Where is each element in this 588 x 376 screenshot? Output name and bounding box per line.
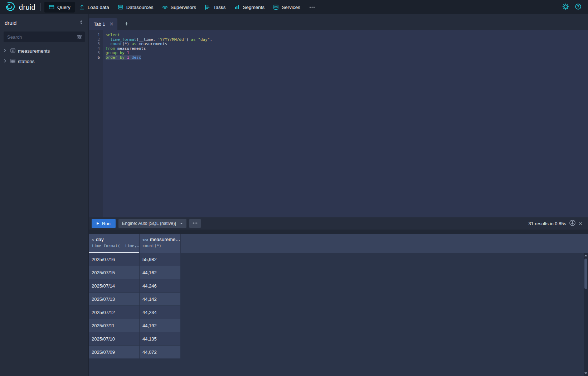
nav-label: Services xyxy=(282,5,300,10)
table-row: 2025/07/0944,072 xyxy=(89,346,588,359)
cell-measurements[interactable]: 44,142 xyxy=(140,293,181,306)
results-panel: A day time_format(__time,… 123 measureme… xyxy=(89,234,588,376)
tab-label: Tab 1 xyxy=(94,21,105,27)
double-caret-icon[interactable] xyxy=(78,19,84,26)
cell-day[interactable]: 2025/07/15 xyxy=(89,266,140,279)
table-row: 2025/07/1244,234 xyxy=(89,306,588,319)
nav-label: Load data xyxy=(88,5,109,10)
cell-day[interactable]: 2025/07/10 xyxy=(89,332,140,346)
results-header: A day time_format(__time,… 123 measureme… xyxy=(89,234,588,253)
table-row: 2025/07/1144,192 xyxy=(89,319,588,332)
cell-day[interactable]: 2025/07/11 xyxy=(89,319,140,332)
nav-tasks[interactable]: Tasks xyxy=(200,2,230,13)
line-number-gutter: 123456 xyxy=(89,30,103,217)
line-number: 1 xyxy=(89,33,100,38)
code-line: count(*) as measurements xyxy=(106,42,588,47)
run-bar: Run Engine: Auto [SQL (native)] 31 resul… xyxy=(89,217,588,230)
chevron-right-icon[interactable] xyxy=(2,58,8,65)
nav-datasources[interactable]: Datasources xyxy=(113,2,158,13)
cell-day[interactable]: 2025/07/13 xyxy=(89,293,140,306)
code-area[interactable]: select time_format(__time, 'YYYY/MM/dd')… xyxy=(103,30,588,217)
cell-day[interactable]: 2025/07/12 xyxy=(89,306,140,319)
table-icon xyxy=(10,58,16,65)
cell-measurements[interactable]: 44,135 xyxy=(140,332,181,346)
top-navbar: druid Query Load data Datasources Superv… xyxy=(0,0,588,14)
upload-icon xyxy=(79,4,85,10)
eye-icon xyxy=(162,4,168,10)
tab-bar: Tab 1 ✕ + xyxy=(89,14,588,30)
cell-measurements[interactable]: 55,982 xyxy=(140,253,181,266)
sidebar-search xyxy=(4,32,85,42)
column-header-day[interactable]: A day time_format(__time,… xyxy=(89,234,140,253)
column-header-measurements[interactable]: 123 measureme… count(*) xyxy=(140,234,181,253)
scroll-down-icon[interactable] xyxy=(584,372,587,374)
code-line: from measurements xyxy=(106,47,588,51)
nav-load-data[interactable]: Load data xyxy=(75,2,113,13)
download-icon xyxy=(569,220,576,227)
close-icon: × xyxy=(579,221,582,227)
table-row: 2025/07/1544,162 xyxy=(89,266,588,279)
cell-measurements[interactable]: 44,162 xyxy=(140,266,181,279)
druid-logo-icon xyxy=(5,1,16,13)
console-icon xyxy=(49,4,54,10)
scroll-up-icon[interactable] xyxy=(584,255,587,256)
tree-item-label: stations xyxy=(18,59,35,64)
settings-button[interactable] xyxy=(562,3,569,11)
nav-supervisors[interactable]: Supervisors xyxy=(158,2,200,13)
navbar-right: ? xyxy=(562,3,584,11)
tree-item-stations[interactable]: stations xyxy=(0,56,88,67)
code-line: group by 1 xyxy=(106,51,588,56)
line-number: 6 xyxy=(89,56,100,60)
cell-day[interactable]: 2025/07/09 xyxy=(89,346,140,359)
sidebar-title: druid xyxy=(5,20,16,26)
sidebar-header: druid xyxy=(0,14,88,31)
nav-more[interactable] xyxy=(305,2,320,13)
cell-day[interactable]: 2025/07/16 xyxy=(89,253,140,266)
run-label: Run xyxy=(102,221,111,226)
gear-icon xyxy=(562,3,569,11)
cell-measurements[interactable]: 44,192 xyxy=(140,319,181,332)
play-icon xyxy=(97,222,99,225)
query-more-button[interactable] xyxy=(189,219,201,228)
nav-segments[interactable]: Segments xyxy=(230,2,269,13)
column-name: measureme… xyxy=(150,237,180,242)
code-line: time_format(__time, 'YYYY/MM/dd') as "da… xyxy=(106,38,588,42)
add-tab-button[interactable]: + xyxy=(121,18,133,30)
nav-query[interactable]: Query xyxy=(44,2,75,13)
brand[interactable]: druid xyxy=(4,1,40,13)
engine-select[interactable]: Engine: Auto [SQL (native)] xyxy=(118,219,186,228)
tree-item-label: measurements xyxy=(18,48,50,54)
brand-wordmark: druid xyxy=(19,3,35,11)
search-input[interactable] xyxy=(4,32,85,42)
chevron-right-icon[interactable] xyxy=(2,48,8,54)
vertical-scrollbar[interactable] xyxy=(584,253,588,376)
bar-chart-icon xyxy=(234,4,240,10)
scrollbar-thumb[interactable] xyxy=(584,259,587,289)
close-results-button[interactable]: × xyxy=(579,221,582,227)
gantt-icon xyxy=(205,4,210,10)
datasources-icon xyxy=(118,4,123,10)
column-expression: count(*) xyxy=(142,244,178,248)
tab-close-icon[interactable]: ✕ xyxy=(110,21,114,26)
run-button[interactable]: Run xyxy=(92,219,116,228)
cell-measurements[interactable]: 44,246 xyxy=(140,279,181,293)
string-type-icon: A xyxy=(92,238,94,242)
nav-label: Segments xyxy=(243,5,264,10)
sql-editor[interactable]: 123456 select time_format(__time, 'YYYY/… xyxy=(89,30,588,217)
help-button[interactable]: ? xyxy=(575,3,582,11)
table-row: 2025/07/1344,142 xyxy=(89,293,588,306)
line-number: 5 xyxy=(89,51,100,56)
line-number: 3 xyxy=(89,42,100,47)
column-name: day xyxy=(96,237,104,242)
more-icon xyxy=(309,4,315,10)
filter-sliders-icon[interactable] xyxy=(77,34,82,41)
tree-item-measurements[interactable]: measurements xyxy=(0,46,88,56)
download-results-button[interactable] xyxy=(569,220,576,227)
cell-measurements[interactable]: 44,072 xyxy=(140,346,181,359)
nav-services[interactable]: Services xyxy=(269,2,305,13)
chevron-down-icon xyxy=(180,223,183,224)
sort-indicator xyxy=(89,252,139,253)
tab-1[interactable]: Tab 1 ✕ xyxy=(89,18,117,30)
cell-day[interactable]: 2025/07/14 xyxy=(89,279,140,293)
cell-measurements[interactable]: 44,234 xyxy=(140,306,181,319)
